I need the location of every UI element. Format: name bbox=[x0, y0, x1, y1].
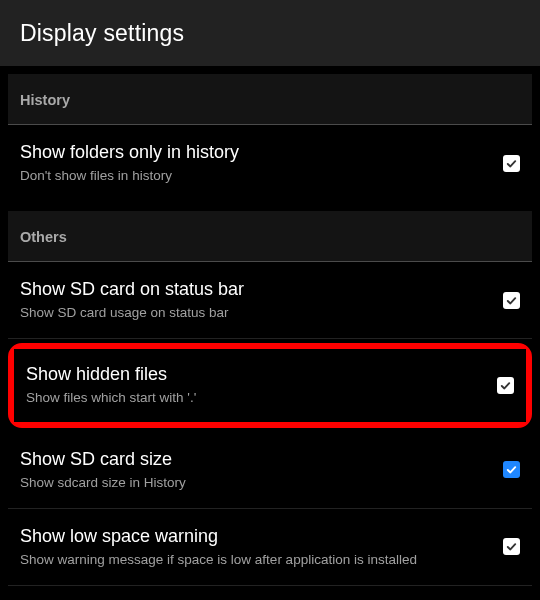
highlight-box: Show hidden files Show files which start… bbox=[8, 343, 532, 427]
setting-title: Show folders only in history bbox=[20, 142, 493, 163]
setting-text: Show SD card on status bar Show SD card … bbox=[20, 279, 493, 321]
setting-title: Show SD card on status bar bbox=[20, 279, 493, 300]
section-header-others: Others bbox=[8, 211, 532, 262]
checkbox-hidden-files[interactable] bbox=[497, 377, 514, 394]
check-icon bbox=[505, 540, 518, 553]
setting-text: Show SD card size Show sdcard size in Hi… bbox=[20, 449, 493, 491]
setting-title: Show hidden files bbox=[26, 364, 487, 385]
setting-row-usb-plugin[interactable]: USB plug-in message Show message when US… bbox=[8, 586, 532, 600]
checkbox-folders-only[interactable] bbox=[503, 155, 520, 172]
setting-row-sd-size[interactable]: Show SD card size Show sdcard size in Hi… bbox=[8, 432, 532, 509]
check-icon bbox=[505, 463, 518, 476]
setting-text: Show hidden files Show files which start… bbox=[26, 364, 487, 406]
check-icon bbox=[505, 294, 518, 307]
checkbox-sd-size[interactable] bbox=[503, 461, 520, 478]
setting-desc: Show files which start with '.' bbox=[26, 390, 487, 406]
checkbox-low-space[interactable] bbox=[503, 538, 520, 555]
settings-content: History Show folders only in history Don… bbox=[0, 66, 540, 600]
check-icon bbox=[499, 379, 512, 392]
setting-title: Show SD card size bbox=[20, 449, 493, 470]
checkbox-sd-status-bar[interactable] bbox=[503, 292, 520, 309]
setting-row-sd-status-bar[interactable]: Show SD card on status bar Show SD card … bbox=[8, 262, 532, 339]
section-header-history: History bbox=[8, 74, 532, 125]
setting-desc: Show sdcard size in History bbox=[20, 475, 493, 491]
setting-text: Show folders only in history Don't show … bbox=[20, 142, 493, 184]
setting-desc: Show warning message if space is low aft… bbox=[20, 552, 493, 568]
setting-desc: Show SD card usage on status bar bbox=[20, 305, 493, 321]
setting-row-folders-only[interactable]: Show folders only in history Don't show … bbox=[8, 125, 532, 201]
setting-row-hidden-files[interactable]: Show hidden files Show files which start… bbox=[14, 349, 526, 421]
check-icon bbox=[505, 157, 518, 170]
setting-title: Show low space warning bbox=[20, 526, 493, 547]
setting-desc: Don't show files in history bbox=[20, 168, 493, 184]
setting-text: Show low space warning Show warning mess… bbox=[20, 526, 493, 568]
setting-row-low-space[interactable]: Show low space warning Show warning mess… bbox=[8, 509, 532, 586]
page-title: Display settings bbox=[20, 20, 184, 47]
app-header: Display settings bbox=[0, 0, 540, 66]
